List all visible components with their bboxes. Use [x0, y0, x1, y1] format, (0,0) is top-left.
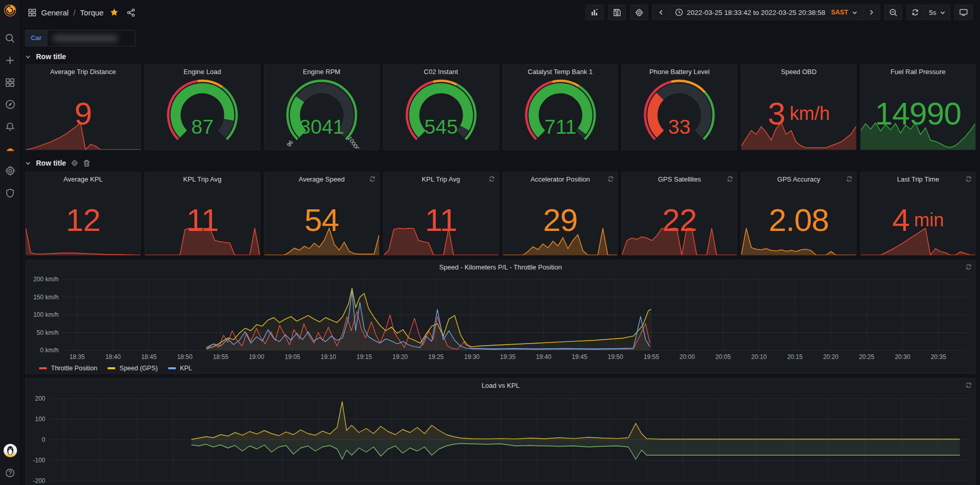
svg-text:200: 200: [35, 395, 45, 402]
svg-text:0: 0: [42, 436, 45, 443]
panel-last-trip-time: Last Trip Time4min: [860, 172, 976, 256]
user-avatar-penguin[interactable]: [3, 443, 17, 458]
chevron-down-icon: [940, 10, 946, 15]
refresh-group: 5s: [906, 5, 950, 20]
help-icon[interactable]: [3, 465, 17, 480]
panel-title[interactable]: Average Trip Distance: [26, 65, 140, 79]
row-header-2[interactable]: Row title: [25, 157, 976, 169]
svg-text:20:20: 20:20: [823, 353, 839, 361]
panel-refresh-icon: [965, 263, 972, 272]
svg-text:19:45: 19:45: [572, 353, 587, 361]
gauge: 545: [384, 76, 498, 149]
row-delete-trash-icon[interactable]: [83, 159, 90, 167]
explore-compass-icon[interactable]: [3, 97, 17, 112]
panel-title[interactable]: Average Speed: [264, 172, 379, 186]
svg-text:10000: 10000: [346, 135, 361, 149]
row-title[interactable]: Row title: [36, 159, 66, 167]
row-settings-gear-icon[interactable]: [71, 159, 78, 167]
panel-title[interactable]: Fuel Rail Pressure: [861, 65, 975, 79]
svg-text:19:35: 19:35: [500, 353, 515, 361]
zoom-out-icon: [889, 8, 898, 17]
timeseries-chart[interactable]: 18:3518:4018:4518:5018:5519:0019:0519:10…: [26, 274, 975, 362]
dashboard-settings-button[interactable]: [630, 5, 648, 20]
svg-text:20:00: 20:00: [680, 353, 695, 361]
svg-text:20:15: 20:15: [787, 353, 803, 361]
svg-text:19:30: 19:30: [464, 353, 479, 361]
add-panel-button[interactable]: [585, 5, 604, 20]
gauge: 33: [622, 76, 737, 149]
row-header-1[interactable]: Row title: [25, 50, 976, 63]
legend-item-kpl[interactable]: KPL: [168, 365, 192, 372]
dashboard-grid-icon[interactable]: [28, 8, 37, 17]
panel-title[interactable]: Accelerator Position: [503, 172, 618, 186]
panel-c02-instant: C02 Instant545: [383, 64, 499, 150]
panel-engine-load: Engine Load87: [145, 64, 260, 150]
breadcrumb-page[interactable]: Torque: [80, 8, 104, 17]
chevron-down-icon: [25, 54, 31, 60]
svg-text:545: 545: [424, 116, 457, 138]
svg-text:19:55: 19:55: [644, 353, 659, 361]
configuration-gear-icon[interactable]: [3, 164, 17, 178]
chart-panel-title[interactable]: Speed - Kilometers P/L - Throttle Positi…: [26, 260, 975, 274]
panel-title[interactable]: Average KPL: [26, 172, 140, 186]
refresh-interval-dropdown[interactable]: 5s: [924, 5, 950, 20]
svg-text:0 km/h: 0 km/h: [40, 347, 59, 354]
svg-text:19:25: 19:25: [429, 353, 444, 361]
dashboards-grid-icon[interactable]: [3, 75, 17, 89]
panel-title[interactable]: Speed OBD: [741, 65, 856, 79]
legend-label: Throttle Position: [51, 365, 97, 372]
zoom-out-time-button[interactable]: [884, 5, 902, 20]
legend-item-throttle-position[interactable]: Throttle Position: [39, 365, 97, 372]
row-title[interactable]: Row title: [36, 52, 66, 61]
panel-speed-kpl-throttle-chart: Speed - Kilometers P/L - Throttle Positi…: [25, 260, 976, 374]
save-icon: [613, 8, 621, 17]
panel-title[interactable]: Last Trip Time: [861, 172, 975, 186]
time-picker-group: 2022-03-25 18:33:42 to 2022-03-25 20:38:…: [652, 5, 880, 20]
star-icon[interactable]: [110, 8, 119, 17]
save-dashboard-button[interactable]: [608, 5, 626, 20]
kiosk-mode-button[interactable]: [954, 5, 973, 20]
server-admin-shield-icon[interactable]: [3, 186, 17, 200]
svg-text:150 km/h: 150 km/h: [33, 294, 59, 301]
chart-panel-title[interactable]: Load vs KPL: [26, 379, 975, 392]
share-icon[interactable]: [127, 8, 135, 17]
panel-title[interactable]: GPS Satellites: [622, 172, 737, 186]
timeseries-chart[interactable]: -200-1000100200: [26, 392, 975, 485]
time-range-picker[interactable]: 2022-03-25 18:33:42 to 2022-03-25 20:38:…: [670, 5, 862, 20]
grafana-logo[interactable]: [3, 3, 17, 17]
alerting-bell-icon[interactable]: [3, 119, 17, 134]
plus-icon[interactable]: [3, 53, 17, 67]
panel-refresh-icon: [965, 175, 972, 184]
panel-refresh-icon: [965, 382, 972, 390]
svg-text:20:10: 20:10: [751, 353, 767, 361]
svg-text:20:35: 20:35: [931, 353, 946, 361]
legend-label: Speed (GPS): [119, 365, 157, 372]
navbar-actions: 2022-03-25 18:33:42 to 2022-03-25 20:38:…: [585, 5, 973, 20]
panel-engine-rpm: Engine RPM30419610000: [264, 64, 380, 150]
clock-icon: [675, 8, 683, 16]
refresh-dashboard-button[interactable]: [906, 5, 924, 20]
time-back-button[interactable]: [652, 5, 670, 20]
navbar: General / Torque: [21, 0, 980, 25]
panel-gps-satellites: GPS Satellites22: [621, 172, 737, 256]
time-range-text: 2022-03-25 18:33:42 to 2022-03-25 20:38:…: [687, 9, 825, 16]
car-variable-label[interactable]: Car: [25, 30, 47, 46]
time-forward-button[interactable]: [863, 5, 880, 20]
search-icon[interactable]: [3, 31, 17, 45]
svg-text:87: 87: [191, 116, 214, 138]
svg-text:19:50: 19:50: [608, 353, 623, 361]
stat-value: 11: [384, 185, 498, 255]
svg-text:50 km/h: 50 km/h: [37, 329, 59, 336]
panel-title[interactable]: KPL Trip Avg: [145, 172, 260, 186]
panel-average-speed: Average Speed54: [264, 172, 380, 256]
panel-title[interactable]: GPS Accuracy: [741, 172, 856, 186]
panel-title[interactable]: KPL Trip Avg: [384, 172, 498, 186]
legend-item-speed-gps[interactable]: Speed (GPS): [108, 365, 157, 372]
grafana-app: General / Torque: [0, 0, 980, 485]
svg-text:20:05: 20:05: [716, 353, 731, 361]
car-variable-dropdown[interactable]: [47, 30, 135, 46]
refresh-icon: [911, 8, 919, 16]
plugin-app-mound-icon[interactable]: [3, 141, 17, 156]
breadcrumb: General / Torque: [28, 8, 135, 17]
breadcrumb-section[interactable]: General: [41, 8, 68, 17]
